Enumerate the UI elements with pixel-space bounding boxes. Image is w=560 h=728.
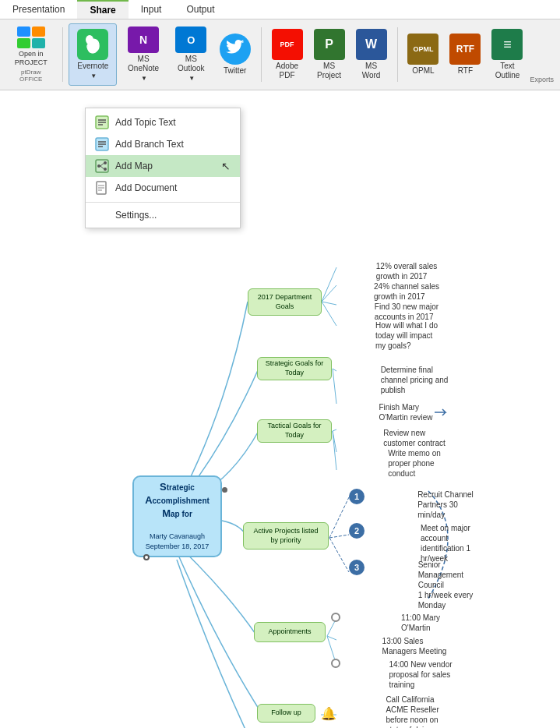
circle-num-2: 2: [349, 523, 365, 539]
branch-tactical-goals[interactable]: Tactical Goals forToday: [257, 419, 332, 443]
ms-outlook-button[interactable]: O MSOutlook ▼: [170, 23, 213, 86]
leaf-11: SeniorManagementCouncil1 hr/week everyMo…: [368, 556, 523, 614]
twitter-label: Twitter: [224, 66, 246, 76]
tab-output[interactable]: Output: [174, 0, 227, 19]
leaf-14: 14:00 New vendorproposal for salestraini…: [343, 656, 498, 694]
open-project-button[interactable]: Open inPROJECT ptDraw OFFICE: [6, 23, 56, 86]
ribbon-content: Open inPROJECT ptDraw OFFICE Evernote ▼: [0, 19, 560, 90]
leaf-9: Recruit ChannelPartners 30min/day: [368, 486, 523, 524]
ms-onenote-button[interactable]: N MSOneNote ▼: [120, 23, 167, 86]
add-topic-text-item[interactable]: Add Topic Text: [86, 111, 240, 133]
word-label: MSWord: [362, 62, 381, 80]
ribbon-separator-3: [397, 27, 398, 82]
leaf-5: Determine finalchannel pricing andpublis…: [336, 361, 492, 399]
onenote-label: MSOneNote ▼: [125, 55, 162, 83]
exports-label: Exports: [530, 76, 554, 87]
ribbon-separator-2: [261, 27, 262, 82]
document-icon: [95, 181, 109, 195]
topic-icon: [95, 115, 109, 129]
settings-item[interactable]: Settings...: [86, 206, 240, 224]
pdf-icon: PDF: [272, 29, 303, 60]
pdf-label: AdobePDF: [276, 62, 298, 80]
opml-icon: OPML: [407, 34, 438, 65]
add-map-item[interactable]: Add Map ↖: [86, 155, 240, 177]
branch-icon: [95, 137, 109, 151]
text-outline-button[interactable]: ≡ TextOutline: [488, 23, 527, 86]
branch-strategic-goals[interactable]: Strategic Goals forToday: [257, 357, 332, 380]
branch-appointments[interactable]: Appointments: [254, 622, 326, 642]
circle-num-3: 3: [349, 560, 365, 575]
ribbon: Presentation Share Input Output Open inP…: [0, 0, 560, 90]
svg-line-28: [329, 497, 349, 538]
outlook-icon: O: [175, 27, 206, 53]
opml-label: OPML: [412, 66, 434, 76]
outlook-label: MSOutlook ▼: [174, 55, 208, 83]
rtf-icon: RTF: [449, 34, 481, 65]
open-project-label: Open inPROJECT: [15, 50, 48, 67]
twitter-button[interactable]: Twitter: [216, 23, 255, 86]
evernote-label: Evernote ▼: [74, 62, 111, 80]
mindmap-area: Strategic Accomplishment Map for Marty C…: [0, 108, 560, 728]
ribbon-tabs: Presentation Share Input Output: [0, 0, 560, 19]
center-dot: [143, 554, 150, 560]
branch-active-projects[interactable]: Active Projects listedby priority: [243, 522, 329, 550]
rtf-button[interactable]: RTF RTF: [446, 23, 484, 86]
project-icon: P: [314, 29, 345, 60]
evernote-dropdown: Add Topic Text Add Branch Text Add Map ↖: [85, 108, 241, 228]
add-branch-text-item[interactable]: Add Branch Text: [86, 133, 240, 155]
follow-up-icon: 🔔: [321, 706, 336, 721]
svg-point-10: [97, 164, 100, 168]
twitter-icon: [220, 34, 251, 65]
svg-line-30: [329, 538, 349, 572]
project-label: MSProject: [317, 62, 341, 80]
ms-word-button[interactable]: W MSWord: [352, 23, 391, 86]
opml-button[interactable]: OPML OPML: [403, 23, 442, 86]
map-icon: [95, 159, 109, 173]
adobe-pdf-button[interactable]: PDF AdobePDF: [268, 23, 307, 86]
leaf-4: How will what I dotoday will impactmy go…: [336, 316, 477, 355]
leaf-8: Write memo onproper phoneconduct: [336, 444, 492, 482]
evernote-icon: [77, 29, 108, 60]
svg-line-21: [322, 302, 336, 305]
open-project-icon: [17, 27, 45, 48]
text-outline-label: TextOutline: [495, 62, 520, 80]
tab-presentation[interactable]: Presentation: [0, 0, 77, 19]
circle-num-1: 1: [349, 489, 365, 504]
leaf-15: Call CaliforniaACME Resellerbefore noon …: [338, 691, 494, 728]
svg-line-19: [322, 267, 336, 302]
rtf-label: RTF: [458, 66, 473, 76]
branch-dept-goals[interactable]: 2017 DepartmentGoals: [248, 288, 322, 316]
ms-project-button[interactable]: P MSProject: [310, 23, 349, 86]
ribbon-separator-1: [62, 27, 63, 82]
tab-input[interactable]: Input: [129, 0, 174, 19]
svg-line-32: [327, 636, 336, 640]
svg-point-11: [104, 161, 107, 164]
branch-follow-up[interactable]: Follow up: [257, 704, 315, 723]
small-dot-1: [222, 487, 227, 493]
svg-line-22: [322, 302, 336, 326]
onenote-icon: N: [128, 27, 159, 53]
circle-empty-2: [331, 659, 340, 668]
app-container: Presentation Share Input Output Open inP…: [0, 0, 560, 90]
add-document-item[interactable]: Add Document: [86, 177, 240, 199]
dropdown-separator: [86, 202, 240, 203]
ptdraw-label: ptDraw OFFICE: [11, 67, 51, 83]
evernote-button[interactable]: Evernote ▼: [69, 23, 117, 86]
svg-line-20: [322, 285, 336, 302]
center-node: Strategic Accomplishment Map for Marty C…: [132, 475, 222, 557]
svg-point-12: [104, 168, 107, 171]
tab-share[interactable]: Share: [77, 0, 128, 19]
svg-line-29: [329, 535, 349, 538]
circle-empty-1: [331, 613, 340, 622]
text-outline-icon: ≡: [491, 29, 523, 60]
cursor-indicator: ↖: [221, 160, 231, 172]
word-icon: W: [356, 29, 387, 60]
leaf-6: Finish MaryO'Martin review: [336, 398, 492, 426]
